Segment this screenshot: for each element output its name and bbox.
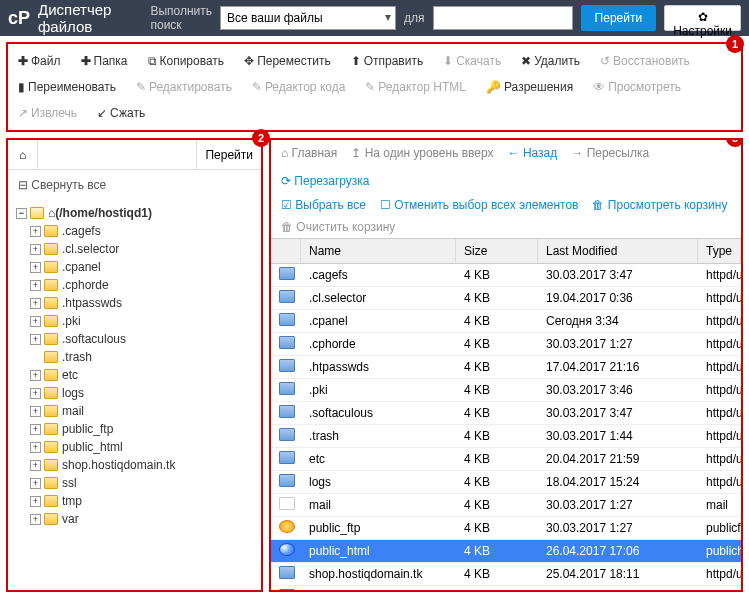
tree-item[interactable]: +logs xyxy=(16,384,253,402)
table-row[interactable]: .cphorde4 KB30.03.2017 1:27httpd/unix xyxy=(271,333,741,356)
crumb-back[interactable]: ← Назад xyxy=(508,146,558,160)
home-button[interactable]: ⌂ xyxy=(8,140,38,169)
tree-item[interactable]: +mail xyxy=(16,402,253,420)
cell-type: httpd/unix xyxy=(698,472,741,492)
search-go-button[interactable]: Перейти xyxy=(581,5,657,31)
delete-button[interactable]: ✖Удалить xyxy=(519,50,582,72)
tree-item[interactable]: +.cagefs xyxy=(16,222,253,240)
expand-icon[interactable]: + xyxy=(30,244,41,255)
col-name[interactable]: Name xyxy=(301,239,456,263)
tree-item[interactable]: +.htpasswds xyxy=(16,294,253,312)
table-row[interactable]: public_html4 KB26.04.2017 17:06publichtm… xyxy=(271,540,741,563)
table-row[interactable]: .cagefs4 KB30.03.2017 3:47httpd/unix xyxy=(271,264,741,287)
tree-item[interactable]: +.cphorde xyxy=(16,276,253,294)
folder-button[interactable]: ✚Папка xyxy=(79,50,130,72)
tree-item[interactable]: +etc xyxy=(16,366,253,384)
table-row[interactable]: shop.hostiqdomain.tk4 KB25.04.2017 18:11… xyxy=(271,563,741,586)
tree-item[interactable]: +tmp xyxy=(16,492,253,510)
extract-button[interactable]: ↗Извлечь xyxy=(16,102,79,124)
expand-icon[interactable]: + xyxy=(30,442,41,453)
crumb-reload[interactable]: ⟳ Перезагрузка xyxy=(281,174,370,188)
tree-label: .softaculous xyxy=(62,332,126,346)
copy-button[interactable]: ⧉Копировать xyxy=(146,50,227,72)
collapse-icon[interactable]: − xyxy=(16,208,27,219)
expand-icon[interactable]: + xyxy=(30,514,41,525)
tree-item[interactable]: +.cpanel xyxy=(16,258,253,276)
table-row[interactable]: .softaculous4 KB30.03.2017 3:47httpd/uni… xyxy=(271,402,741,425)
col-type[interactable]: Type xyxy=(698,239,741,263)
crumb-home[interactable]: ⌂ Главная xyxy=(281,146,337,160)
table-row[interactable]: .htpasswds4 KB17.04.2017 21:16httpd/unix xyxy=(271,356,741,379)
collapse-all-button[interactable]: ⊟ Свернуть все xyxy=(8,170,261,200)
deselect-all-button[interactable]: ☐ Отменить выбор всех элементов xyxy=(380,198,579,212)
code-editor-button[interactable]: ✎Редактор кода xyxy=(250,76,347,98)
expand-icon[interactable]: + xyxy=(30,496,41,507)
tree-item[interactable]: +shop.hostiqdomain.tk xyxy=(16,456,253,474)
expand-icon[interactable]: + xyxy=(30,298,41,309)
eye-icon: 👁 xyxy=(593,80,605,94)
search-input[interactable] xyxy=(433,6,573,30)
expand-icon[interactable]: + xyxy=(30,424,41,435)
expand-icon[interactable]: + xyxy=(30,262,41,273)
permissions-button[interactable]: 🔑Разрешения xyxy=(484,76,575,98)
for-label: для xyxy=(404,11,425,25)
table-row[interactable]: public_ftp4 KB30.03.2017 1:27publicftp xyxy=(271,517,741,540)
tree-item[interactable]: +.pki xyxy=(16,312,253,330)
compress-button[interactable]: ↙Сжать xyxy=(95,102,147,124)
expand-icon[interactable]: + xyxy=(30,370,41,381)
tree-item[interactable]: +var xyxy=(16,510,253,528)
table-row[interactable]: .cpanel4 KBСегодня 3:34httpd/unix xyxy=(271,310,741,333)
expand-icon[interactable]: + xyxy=(30,388,41,399)
col-icon[interactable] xyxy=(271,239,301,263)
path-go-button[interactable]: Перейти xyxy=(196,140,261,169)
table-row[interactable]: logs4 KB18.04.2017 15:24httpd/unix xyxy=(271,471,741,494)
tree-item[interactable]: +ssl xyxy=(16,474,253,492)
download-button[interactable]: ⬇Скачать xyxy=(441,50,503,72)
folder-open-icon xyxy=(30,207,44,219)
search-scope-select[interactable] xyxy=(220,6,396,30)
tree-item[interactable]: +public_html xyxy=(16,438,253,456)
table-row[interactable]: ssl4 KB25.04.2017 18:11httpd/unix xyxy=(271,586,741,590)
expand-icon[interactable]: + xyxy=(30,334,41,345)
table-row[interactable]: .trash4 KB30.03.2017 1:44httpd/unix xyxy=(271,425,741,448)
rename-button[interactable]: ▮Переименовать xyxy=(16,76,118,98)
cell-modified: 25.04.2017 18:11 xyxy=(538,564,698,584)
tree-item[interactable]: +.softaculous xyxy=(16,330,253,348)
cell-size: 4 KB xyxy=(456,426,538,446)
folder-icon xyxy=(279,589,295,590)
crumb-forward[interactable]: → Пересылка xyxy=(571,146,649,160)
file-button[interactable]: ✚Файл xyxy=(16,50,63,72)
view-trash-button[interactable]: 🗑 Просмотреть корзину xyxy=(592,198,727,212)
move-button[interactable]: ✥Переместить xyxy=(242,50,333,72)
cell-size: 4 KB xyxy=(456,449,538,469)
expand-icon[interactable]: + xyxy=(30,460,41,471)
tree-item[interactable]: +.cl.selector xyxy=(16,240,253,258)
table-row[interactable]: .cl.selector4 KB19.04.2017 0:36httpd/uni… xyxy=(271,287,741,310)
table-row[interactable]: mail4 KB30.03.2017 1:27mail xyxy=(271,494,741,517)
restore-button[interactable]: ↺Восстановить xyxy=(598,50,692,72)
back-icon: ← xyxy=(508,146,520,160)
table-row[interactable]: .pki4 KB30.03.2017 3:46httpd/unix xyxy=(271,379,741,402)
expand-icon[interactable]: + xyxy=(30,226,41,237)
table-row[interactable]: etc4 KB20.04.2017 21:59httpd/unix xyxy=(271,448,741,471)
upload-button[interactable]: ⬆Отправить xyxy=(349,50,426,72)
col-modified[interactable]: Last Modified xyxy=(538,239,698,263)
clear-trash-button[interactable]: 🗑 Очистить корзину xyxy=(271,216,741,238)
col-size[interactable]: Size xyxy=(456,239,538,263)
html-editor-button[interactable]: ✎Редактор HTML xyxy=(363,76,468,98)
expand-icon[interactable]: + xyxy=(30,280,41,291)
expand-icon[interactable]: + xyxy=(30,316,41,327)
select-all-button[interactable]: ☑ Выбрать все xyxy=(281,198,366,212)
expand-icon[interactable]: + xyxy=(30,406,41,417)
crumb-up[interactable]: ↥ На один уровень вверх xyxy=(351,146,493,160)
expand-icon[interactable]: + xyxy=(30,478,41,489)
view-button[interactable]: 👁Просмотреть xyxy=(591,76,683,98)
edit-button[interactable]: ✎Редактировать xyxy=(134,76,234,98)
path-input[interactable] xyxy=(38,140,196,169)
tree-label: tmp xyxy=(62,494,82,508)
tree-label: .trash xyxy=(62,350,92,364)
tree-root[interactable]: −⌂ (/home/hostiqd1) xyxy=(16,204,253,222)
settings-button[interactable]: ✿ Настройки xyxy=(664,5,741,31)
tree-item[interactable]: .trash xyxy=(16,348,253,366)
tree-item[interactable]: +public_ftp xyxy=(16,420,253,438)
